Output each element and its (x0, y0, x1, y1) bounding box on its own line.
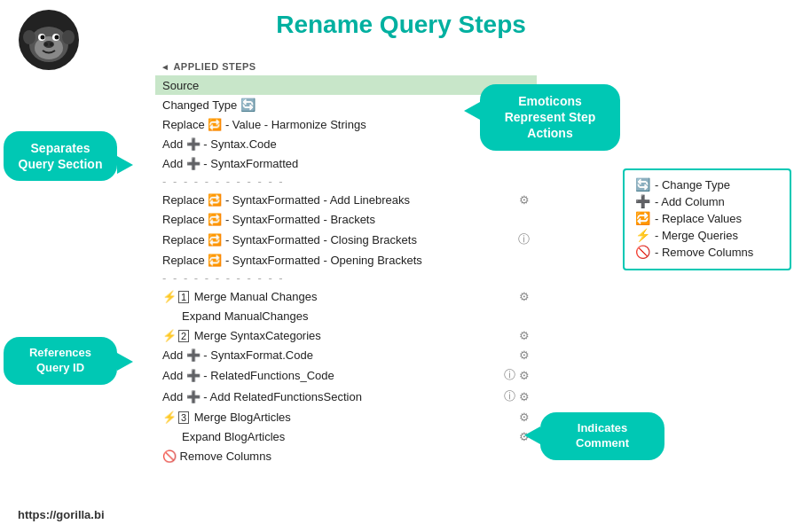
step-replace-linebreaks-label: Replace 🔁 - SyntaxFormatted - Add Linebr… (162, 193, 515, 207)
info-icon-closing[interactable]: ⓘ (518, 231, 530, 247)
gear-icon-merge-manual[interactable]: ⚙ (519, 290, 530, 303)
svg-point-10 (44, 43, 48, 46)
step-remove-columns[interactable]: 🚫 Remove Columns (155, 446, 537, 466)
separator-2: - - - - - - - - - - - - (155, 270, 537, 286)
step-replace-closing-label: Replace 🔁 - SyntaxFormatted - Closing Br… (162, 233, 515, 246)
separator-1: - - - - - - - - - - - - (155, 173, 537, 190)
step-merge-syntax-label: ⚡2 Merge SyntaxCategories (162, 329, 515, 342)
step-expand-blog[interactable]: Expand BlogArticles ⚙ (155, 426, 537, 446)
info-icon-related-code[interactable]: ⓘ (504, 367, 515, 383)
step-add-syntaxformat[interactable]: Add ➕ - SyntaxFormat.Code ⚙ (155, 345, 537, 364)
step-remove-columns-label: 🚫 Remove Columns (162, 450, 530, 463)
applied-steps-header: ◄ APPLIED STEPS (155, 58, 537, 75)
collapse-icon[interactable]: ◄ (161, 62, 169, 72)
legend-remove-columns: 🚫 - Remove Columns (635, 245, 779, 259)
page-header: Rename Query Steps (0, 0, 802, 44)
info-icon-related-section[interactable]: ⓘ (504, 388, 515, 404)
step-merge-manual[interactable]: ⚡1 Merge Manual Changes ⚙ (155, 286, 537, 306)
callout-references: References Query ID (4, 337, 117, 385)
legend-replace-values-icon: 🔁 (635, 211, 651, 225)
callout-references-text: References Query ID (29, 346, 91, 374)
legend-replace-values: 🔁 - Replace Values (635, 211, 779, 225)
gear-icon-related-section[interactable]: ⚙ (519, 390, 530, 403)
step-add-syntax-formatted[interactable]: Add ➕ - SyntaxFormatted (155, 153, 537, 173)
step-add-related-code-label: Add ➕ - RelatedFunctions_Code (162, 369, 500, 382)
step-source-label: Source (162, 79, 530, 92)
callout-comment-text: Indicates Comment (576, 421, 629, 450)
legend-add-column: ➕ - Add Column (635, 194, 779, 208)
step-merge-blog-label: ⚡3 Merge BlogArticles (162, 411, 515, 424)
svg-point-7 (41, 35, 45, 40)
legend-add-column-icon: ➕ (635, 194, 651, 208)
website-url: https://gorilla.bi (18, 508, 105, 521)
gorilla-logo (18, 9, 80, 71)
gear-icon-related-code[interactable]: ⚙ (519, 369, 530, 382)
callout-separates: Separates Query Section (4, 131, 117, 181)
gear-icon-merge-blog[interactable]: ⚙ (519, 411, 530, 424)
step-replace-closing[interactable]: Replace 🔁 - SyntaxFormatted - Closing Br… (155, 229, 537, 250)
legend-merge-queries-label: - Merge Queries (655, 229, 738, 242)
step-merge-blog[interactable]: ⚡3 Merge BlogArticles ⚙ (155, 407, 537, 426)
callout-comment: Indicates Comment (540, 412, 664, 460)
step-replace-brackets-label: Replace 🔁 - SyntaxFormatted - Brackets (162, 213, 530, 226)
legend-box: 🔄 - Change Type ➕ - Add Column 🔁 - Repla… (623, 168, 791, 270)
step-add-syntaxformat-label: Add ➕ - SyntaxFormat.Code (162, 348, 515, 362)
callout-emoticons-text: Emoticons Represent Step Actions (505, 94, 596, 140)
legend-add-column-label: - Add Column (655, 195, 725, 208)
step-expand-manual-label: Expand ManualChanges (182, 309, 530, 323)
svg-point-8 (55, 35, 59, 40)
svg-point-11 (50, 43, 53, 46)
gear-icon-merge-syntax[interactable]: ⚙ (519, 329, 530, 342)
step-add-related-section-label: Add ➕ - Add RelatedFunctionsSection (162, 390, 500, 403)
legend-merge-queries-icon: ⚡ (635, 228, 651, 242)
gear-icon-linebreaks[interactable]: ⚙ (519, 193, 530, 207)
legend-change-type: 🔄 - Change Type (635, 177, 779, 192)
step-add-related-code[interactable]: Add ➕ - RelatedFunctions_Code ⓘ ⚙ (155, 364, 537, 386)
step-replace-opening[interactable]: Replace 🔁 - SyntaxFormatted - Opening Br… (155, 250, 537, 270)
step-merge-syntax[interactable]: ⚡2 Merge SyntaxCategories ⚙ (155, 325, 537, 345)
page-title: Rename Query Steps (276, 11, 526, 38)
legend-remove-columns-label: - Remove Columns (655, 246, 753, 259)
svg-point-4 (62, 30, 75, 44)
legend-merge-queries: ⚡ - Merge Queries (635, 228, 779, 242)
step-merge-manual-label: ⚡1 Merge Manual Changes (162, 290, 515, 303)
legend-remove-columns-icon: 🚫 (635, 245, 651, 259)
step-add-syntax-code-label: Add ➕ - Syntax.Code (162, 137, 515, 151)
step-replace-linebreaks[interactable]: Replace 🔁 - SyntaxFormatted - Add Linebr… (155, 190, 537, 209)
legend-change-type-icon: 🔄 (635, 177, 651, 192)
svg-point-3 (23, 30, 35, 44)
legend-replace-values-label: - Replace Values (655, 212, 742, 225)
step-add-syntax-formatted-label: Add ➕ - SyntaxFormatted (162, 157, 530, 170)
applied-steps-label: APPLIED STEPS (173, 61, 256, 72)
step-replace-brackets[interactable]: Replace 🔁 - SyntaxFormatted - Brackets (155, 209, 537, 229)
callout-emoticons: Emoticons Represent Step Actions (480, 84, 620, 151)
step-expand-manual[interactable]: Expand ManualChanges (155, 306, 537, 325)
legend-change-type-label: - Change Type (655, 178, 730, 192)
step-expand-blog-label: Expand BlogArticles (182, 430, 515, 443)
step-source[interactable]: Source (155, 75, 537, 95)
callout-separates-text: Separates Query Section (19, 141, 103, 171)
step-replace-opening-label: Replace 🔁 - SyntaxFormatted - Opening Br… (162, 254, 530, 267)
step-add-related-section[interactable]: Add ➕ - Add RelatedFunctionsSection ⓘ ⚙ (155, 386, 537, 407)
gear-icon-syntaxformat[interactable]: ⚙ (519, 348, 530, 362)
